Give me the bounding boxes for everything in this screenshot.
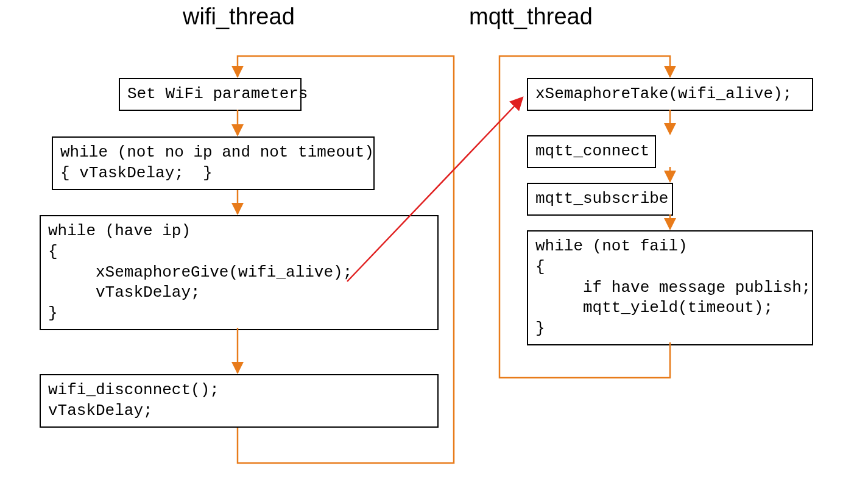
wifi-step-set-params: Set WiFi parameters (119, 78, 302, 111)
mqtt-step-subscribe: mqtt_subscribe (527, 183, 673, 216)
diagram-canvas: wifi_thread mqtt_thread Set WiFi paramet… (0, 0, 868, 488)
title-mqtt-thread: mqtt_thread (469, 4, 593, 30)
mqtt-step-sem-take: xSemaphoreTake(wifi_alive); (527, 78, 813, 111)
wifi-step-disconnect: wifi_disconnect(); vTaskDelay; (40, 374, 439, 428)
wifi-step-have-ip-loop: while (have ip) { xSemaphoreGive(wifi_al… (40, 215, 439, 330)
mqtt-step-loop: while (not fail) { if have message publi… (527, 230, 813, 345)
mqtt-step-connect: mqtt_connect (527, 135, 656, 168)
title-wifi-thread: wifi_thread (183, 4, 295, 30)
wifi-step-wait-ip: while (not no ip and not timeout) { vTas… (52, 136, 375, 190)
